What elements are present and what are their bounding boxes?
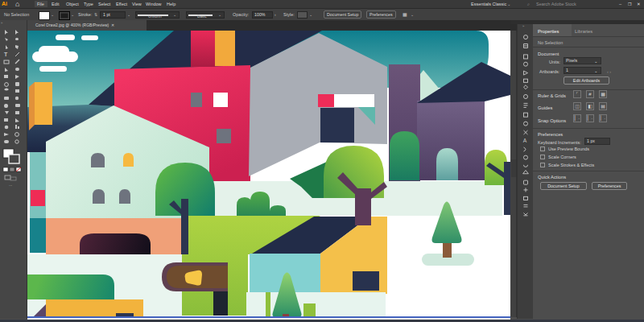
svg-text:»: » <box>1 21 3 25</box>
svg-text:T: T <box>4 52 8 57</box>
svg-text:»: » <box>522 24 525 28</box>
svg-text:...: ... <box>9 182 12 187</box>
svg-text:A: A <box>523 138 527 143</box>
